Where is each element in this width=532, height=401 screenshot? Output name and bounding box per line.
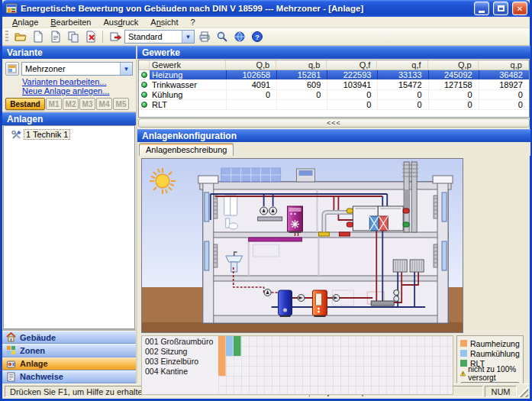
bathroom-fixtures [224, 196, 238, 229]
help-icon: ? [251, 31, 263, 43]
variant-dropdown-value: Mehrzoner [22, 64, 120, 73]
close-icon: ✕ [517, 5, 523, 13]
tab-anlagenbeschreibung[interactable]: Anlagenbeschreibung [139, 143, 234, 156]
left-column: Variante Mehrzoner ▼ [2, 46, 137, 383]
status-dot-green [141, 102, 147, 108]
minimize-button[interactable] [474, 2, 489, 15]
variant-grid-icon [8, 64, 17, 73]
room-row[interactable]: 001 Großraumbüro [142, 336, 453, 346]
nav-nachweise[interactable]: Nachweise [2, 370, 136, 383]
col-gewerk[interactable]: Gewerk [150, 60, 226, 70]
chiller-unit [288, 206, 303, 233]
delete-document-button[interactable] [82, 29, 98, 44]
maximize-button[interactable] [493, 2, 508, 15]
variant-dropdown[interactable]: Mehrzoner ▼ [21, 62, 133, 76]
nav-anlage[interactable]: Anlage [2, 357, 136, 370]
chevron-down-icon[interactable]: ▼ [120, 63, 132, 75]
room-row[interactable]: 004 Kantine [142, 366, 453, 376]
new-anlage-link[interactable]: Neue Anlage anlegen... [22, 86, 133, 95]
warning-icon [460, 370, 466, 377]
zoom-button[interactable] [214, 29, 230, 44]
menu-ausdruck[interactable]: Ausdruck [98, 17, 143, 27]
table-row-trinkwasser[interactable]: Trinkwasser 4091 609 103941 15472 127158… [139, 80, 529, 90]
menu-anlage[interactable]: Anlage [7, 17, 44, 27]
right-column: Gewerke Gewerk Q,b q,b Q,f q,f Q,p q,p H… [137, 46, 530, 383]
chilled-ceiling-panel [249, 238, 302, 241]
table-row-heizung[interactable]: Heizung 102658 15281 222593 33133 245092… [139, 70, 529, 80]
minimize-icon [479, 11, 485, 13]
nav-label: Anlage [20, 359, 48, 368]
nav-zonen[interactable]: Zonen [2, 344, 136, 357]
profile-dropdown[interactable]: Standard ▼ [124, 30, 195, 44]
gewerke-table: Gewerk Q,b q,b Q,f q,f Q,p q,p Heizung 1… [138, 60, 530, 118]
menu-help[interactable]: ? [185, 17, 200, 27]
table-row-kuehlung[interactable]: Kühlung 0 0 0 0 0 0 [139, 90, 529, 100]
tab-bar: Anlagenbeschreibung [137, 142, 530, 156]
variant-button-m2[interactable]: M2 [63, 98, 79, 110]
anlagenkonfiguration-content: 001 Großraumbüro 002 Sitzung 003 Einzelb… [137, 156, 530, 383]
col-qb2[interactable]: q,b [276, 60, 327, 70]
web-button[interactable] [231, 29, 247, 44]
tree-item-label: 1 Technik 1 [24, 129, 70, 140]
menubar: Anlage Bearbeiten Ausdruck Ansicht ? [2, 17, 530, 28]
col-qp2[interactable]: q,p [479, 60, 529, 70]
main-area: Variante Mehrzoner ▼ [2, 46, 530, 383]
room-row[interactable]: 003 Einzelbüro [142, 356, 453, 366]
legend-raumkuehlung: Raumkühlung [460, 348, 520, 358]
nav-gebaeude[interactable]: Gebäude [2, 331, 136, 344]
nav-label: Gebäude [20, 333, 56, 342]
svg-text:?: ? [255, 34, 260, 41]
open-document-button[interactable] [47, 29, 63, 44]
snowflake-icon [291, 220, 299, 228]
rooftop-unit [297, 169, 315, 182]
open-document-icon [50, 31, 62, 43]
boiler [312, 290, 327, 317]
variant-button-bestand[interactable]: Bestand [5, 98, 45, 110]
tree-item-technik-1[interactable]: 1 Technik 1 [5, 129, 133, 140]
col-qf2[interactable]: q,f [377, 60, 427, 70]
technik-icon [11, 130, 21, 140]
storage-tank [279, 290, 292, 317]
table-row-rlt[interactable]: RLT 0 0 0 0 [139, 100, 529, 110]
solar-panels [221, 168, 315, 182]
legend-raumheizung: Raumheizung [460, 338, 520, 348]
print-button[interactable] [196, 29, 212, 44]
variant-button-m5[interactable]: M5 [113, 98, 129, 110]
plant-icon [6, 359, 16, 369]
export-button[interactable] [107, 29, 123, 44]
edit-variants-link[interactable]: Varianten bearbeiten... [22, 77, 133, 86]
menu-ansicht[interactable]: Ansicht [145, 17, 183, 27]
open-folder-button[interactable] [12, 29, 28, 44]
toolbar-grip[interactable] [5, 31, 8, 43]
variant-options-button[interactable] [5, 62, 19, 76]
col-qp1[interactable]: Q,p [428, 60, 479, 70]
variant-button-m3[interactable]: M3 [79, 98, 95, 110]
variant-button-m1[interactable]: M1 [46, 98, 62, 110]
sun-icon [150, 168, 176, 194]
resize-grip[interactable] [518, 386, 528, 397]
anlagen-tree: 1 Technik 1 [3, 125, 135, 329]
menu-bearbeiten[interactable]: Bearbeiten [45, 17, 96, 27]
copy-button[interactable] [65, 29, 81, 44]
collapse-panel-button[interactable]: <<< [138, 118, 530, 128]
chevron-down-icon[interactable]: ▼ [182, 31, 194, 43]
new-document-icon [32, 31, 44, 43]
report-icon [6, 372, 16, 382]
house-icon [6, 332, 16, 342]
status-num-lock: NUM [485, 386, 517, 397]
status-dot-green [141, 92, 147, 98]
close-button[interactable]: ✕ [512, 2, 527, 15]
anlagen-panel-header: Anlagen [2, 112, 136, 125]
variant-button-m4[interactable]: M4 [96, 98, 112, 110]
profile-dropdown-value: Standard [125, 32, 182, 41]
cooling-swatch [460, 350, 467, 357]
variant-buttons: Bestand M1 M2 M3 M4 M5 [5, 98, 133, 110]
room-row[interactable]: 002 Sitzung [142, 346, 453, 356]
new-document-button[interactable] [30, 29, 46, 44]
help-button[interactable]: ? [249, 29, 265, 44]
col-qf1[interactable]: Q,f [327, 60, 377, 70]
col-qb1[interactable]: Q,b [226, 60, 276, 70]
status-dot-green [141, 82, 147, 88]
variante-panel: Mehrzoner ▼ Varianten bearbeiten... Neue… [2, 59, 136, 112]
nav-buttons: Gebäude Zonen Anlage [2, 329, 136, 383]
